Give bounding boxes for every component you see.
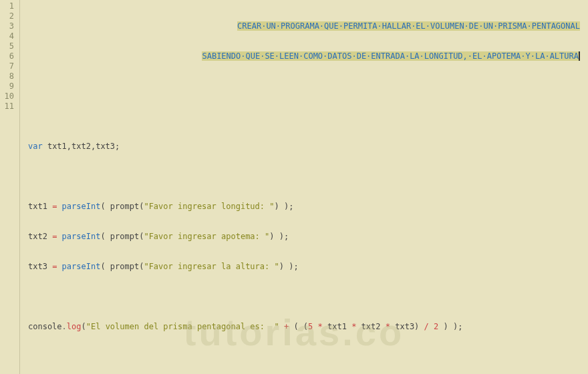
code-line bbox=[28, 292, 588, 302]
code-line: var txt1,txt2,txt3; bbox=[28, 142, 588, 152]
code-line bbox=[28, 112, 588, 122]
operator: * bbox=[313, 322, 327, 331]
code-text: ) ); bbox=[279, 262, 299, 271]
line-number: 6 bbox=[3, 51, 14, 61]
code-text: txt1,txt2,txt3; bbox=[43, 142, 120, 151]
line-number: 1 bbox=[3, 1, 14, 11]
builtin: parseInt bbox=[62, 262, 101, 271]
code-text: txt1 bbox=[28, 202, 52, 211]
code-text: txt2 bbox=[28, 232, 52, 241]
keyword: var bbox=[28, 142, 43, 151]
code-text: txt3 bbox=[28, 262, 52, 271]
code-line: txt2 = parseInt( prompt("Favor ingresar … bbox=[28, 232, 588, 242]
builtin: prompt bbox=[110, 262, 139, 271]
code-text: ( bbox=[100, 232, 110, 241]
line-number: 5 bbox=[3, 41, 14, 51]
code-text: txt2 bbox=[361, 322, 381, 331]
line-number: 7 bbox=[3, 61, 14, 71]
line-number: 4 bbox=[3, 31, 14, 41]
code-text: txt3 bbox=[395, 322, 414, 331]
string-literal: "Favor ingresar longitud: " bbox=[144, 202, 274, 211]
code-text: ( bbox=[100, 262, 110, 271]
code-text: ) ); bbox=[438, 322, 462, 331]
string-literal: "Favor ingresar la altura: " bbox=[144, 262, 279, 271]
line-number: 9 bbox=[3, 81, 14, 91]
operator: = bbox=[52, 262, 61, 271]
method-name: log bbox=[67, 322, 82, 331]
line-number: 11 bbox=[3, 102, 14, 112]
code-text: ( bbox=[82, 322, 86, 331]
code-line: txt3 = parseInt( prompt("Favor ingresar … bbox=[28, 262, 588, 272]
line-number: 8 bbox=[3, 71, 14, 81]
operator: * bbox=[347, 322, 361, 331]
operator: = bbox=[52, 202, 61, 211]
builtin: parseInt bbox=[62, 202, 101, 211]
code-line bbox=[28, 172, 588, 182]
code-text: ) ); bbox=[275, 202, 294, 211]
code-area[interactable]: CREAR·UN·PROGRAMA·QUE·PERMITA·HALLAR·EL·… bbox=[20, 0, 588, 374]
code-text: ( ( bbox=[293, 322, 308, 331]
code-text: ) bbox=[414, 322, 424, 331]
comment-text: CREAR·UN·PROGRAMA·QUE·PERMITA·HALLAR·EL·… bbox=[237, 21, 580, 31]
builtin: parseInt bbox=[62, 232, 101, 241]
code-line: SABIENDO·QUE·SE·LEEN·COMO·DATOS·DE·ENTRA… bbox=[28, 51, 588, 61]
code-editor[interactable]: 1 2 3 4 5 6 7 8 9 10 11 CREAR·UN·PROGRAM… bbox=[0, 0, 588, 374]
code-text: txt1 bbox=[327, 322, 347, 331]
operator: = bbox=[52, 232, 61, 241]
operator: + bbox=[279, 322, 294, 331]
code-text: ) ); bbox=[269, 232, 289, 241]
code-line bbox=[28, 81, 588, 91]
operator: / bbox=[424, 322, 434, 331]
code-text: console bbox=[28, 322, 62, 331]
string-literal: "Favor ingresar apotema: " bbox=[144, 232, 269, 241]
operator: . bbox=[62, 322, 67, 331]
string-literal: "El volumen del prisma pentagonal es: " bbox=[86, 322, 279, 331]
line-number: 2 bbox=[3, 11, 14, 21]
line-number: 10 bbox=[3, 91, 14, 102]
code-line: console.log("El volumen del prisma penta… bbox=[28, 322, 588, 332]
code-text: ( bbox=[100, 202, 110, 211]
code-line: txt1 = parseInt( prompt("Favor ingresar … bbox=[28, 202, 588, 212]
builtin: prompt bbox=[110, 232, 139, 241]
code-line: CREAR·UN·PROGRAMA·QUE·PERMITA·HALLAR·EL·… bbox=[28, 21, 588, 31]
line-number: 3 bbox=[3, 21, 14, 31]
builtin: prompt bbox=[110, 202, 139, 211]
line-gutter: 1 2 3 4 5 6 7 8 9 10 11 bbox=[0, 0, 20, 374]
operator: * bbox=[381, 322, 396, 331]
comment-text: SABIENDO·QUE·SE·LEEN·COMO·DATOS·DE·ENTRA… bbox=[202, 51, 580, 61]
